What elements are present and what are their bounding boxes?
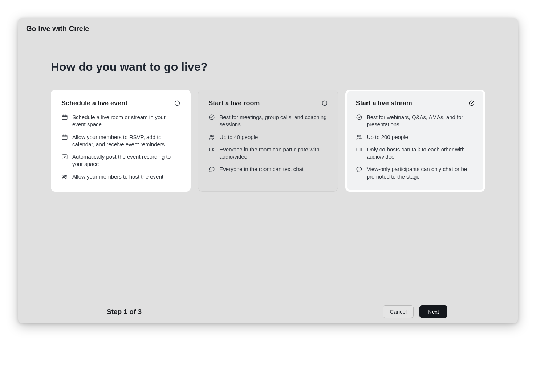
modal-header: Go live with Circle bbox=[18, 18, 518, 40]
svg-rect-15 bbox=[357, 148, 360, 151]
feature-item: Best for webinars, Q&As, AMAs, and for p… bbox=[356, 114, 475, 128]
card-header: Start a live stream bbox=[356, 99, 475, 107]
feature-item: Allow your members to host the event bbox=[61, 173, 180, 180]
modal-body: How do you want to go live? Schedule a l… bbox=[18, 40, 518, 300]
people-icon bbox=[61, 173, 68, 180]
feature-item: Up to 40 people bbox=[208, 134, 327, 141]
feature-text: View-only participants can only chat or … bbox=[367, 166, 475, 180]
calendar-add-icon bbox=[61, 134, 68, 140]
video-icon bbox=[356, 146, 362, 153]
svg-point-0 bbox=[175, 101, 180, 106]
feature-text: Schedule a live room or stream in your e… bbox=[72, 114, 180, 128]
card-start-live-room[interactable]: Start a live room Best for meetings, gro… bbox=[198, 90, 338, 192]
feature-item: Allow your members to RSVP, add to calen… bbox=[61, 134, 180, 148]
svg-point-6 bbox=[322, 101, 327, 106]
radio-unchecked-icon[interactable] bbox=[322, 100, 328, 106]
next-button[interactable]: Next bbox=[419, 305, 447, 318]
svg-rect-3 bbox=[62, 155, 67, 159]
svg-point-14 bbox=[360, 136, 361, 137]
chat-icon bbox=[208, 166, 215, 172]
feature-text: Everyone in the room can text chat bbox=[219, 166, 304, 173]
feature-text: Allow your members to host the event bbox=[72, 173, 163, 180]
calendar-icon bbox=[61, 114, 68, 121]
step-indicator: Step 1 of 3 bbox=[107, 308, 142, 316]
radio-checked-icon[interactable] bbox=[469, 100, 475, 106]
feature-item: Automatically post the event recording t… bbox=[61, 153, 180, 168]
svg-point-8 bbox=[210, 135, 212, 137]
feature-item: Everyone in the room can text chat bbox=[208, 166, 327, 173]
modal-footer: Step 1 of 3 Cancel Next bbox=[18, 300, 518, 323]
video-icon bbox=[208, 146, 215, 153]
feature-text: Automatically post the event recording t… bbox=[72, 153, 180, 168]
feature-text: Up to 200 people bbox=[367, 134, 408, 141]
svg-point-9 bbox=[212, 136, 214, 137]
option-cards: Schedule a live event Schedule a live ro… bbox=[51, 90, 485, 192]
feature-item: View-only participants can only chat or … bbox=[356, 166, 475, 180]
svg-rect-10 bbox=[210, 148, 213, 151]
people-icon bbox=[356, 134, 362, 140]
feature-item: Up to 200 people bbox=[356, 134, 475, 141]
feature-text: Only co-hosts can talk to each other wit… bbox=[367, 146, 475, 161]
modal-title: Go live with Circle bbox=[26, 25, 510, 33]
feature-text: Allow your members to RSVP, add to calen… bbox=[72, 134, 180, 148]
svg-point-13 bbox=[357, 135, 359, 137]
feature-text: Up to 40 people bbox=[219, 134, 258, 141]
cancel-button[interactable]: Cancel bbox=[383, 305, 414, 318]
feature-item: Everyone in the room can participate wit… bbox=[208, 146, 327, 161]
svg-rect-1 bbox=[62, 115, 67, 120]
feature-item: Schedule a live room or stream in your e… bbox=[61, 114, 180, 128]
card-schedule-live-event[interactable]: Schedule a live event Schedule a live ro… bbox=[51, 90, 191, 192]
question-heading: How do you want to go live? bbox=[51, 60, 485, 74]
chat-icon bbox=[356, 166, 362, 172]
svg-point-4 bbox=[63, 175, 65, 176]
go-live-modal: Go live with Circle How do you want to g… bbox=[18, 18, 518, 323]
radio-unchecked-icon[interactable] bbox=[174, 100, 180, 106]
card-header: Start a live room bbox=[208, 99, 327, 107]
feature-item: Best for meetings, group calls, and coac… bbox=[208, 114, 327, 128]
feature-text: Everyone in the room can participate wit… bbox=[219, 146, 327, 161]
people-icon bbox=[208, 134, 215, 140]
card-title: Schedule a live event bbox=[61, 99, 127, 107]
feature-text: Best for webinars, Q&As, AMAs, and for p… bbox=[367, 114, 475, 128]
card-title: Start a live room bbox=[208, 99, 260, 107]
feature-text: Best for meetings, group calls, and coac… bbox=[219, 114, 327, 128]
check-circle-icon bbox=[208, 114, 215, 121]
feature-item: Only co-hosts can talk to each other wit… bbox=[356, 146, 475, 161]
svg-point-5 bbox=[65, 175, 66, 176]
card-header: Schedule a live event bbox=[61, 99, 180, 107]
card-title: Start a live stream bbox=[356, 99, 412, 107]
card-start-live-stream[interactable]: Start a live stream Best for webinars, Q… bbox=[345, 90, 485, 192]
check-circle-icon bbox=[356, 114, 362, 121]
play-square-icon bbox=[61, 154, 68, 160]
